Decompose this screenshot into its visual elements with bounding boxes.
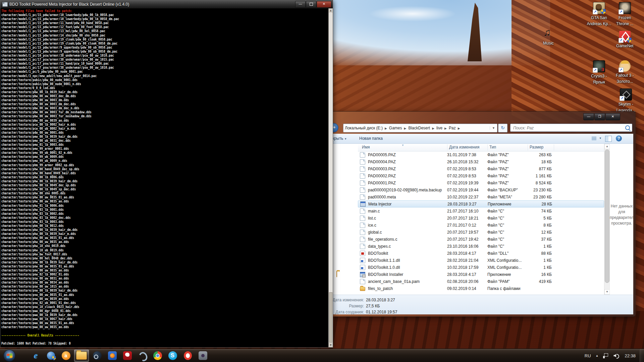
details-line: Дата создания:01.12.2018 19:57: [332, 310, 397, 314]
console-titlebar[interactable]: BDO Toolkit Powered Meta Injector for Bl…: [0, 0, 333, 8]
desktop-icon-frozen[interactable]: ➚FrozenThrone ...: [612, 2, 637, 26]
scroll-up-icon[interactable]: ▲: [604, 144, 610, 149]
taskbar-app-creature[interactable]: [135, 349, 150, 362]
taskbar-app-mpc[interactable]: [105, 349, 120, 362]
file-row[interactable]: files_to_patch09.02.2019 0:14Папка с фай…: [358, 285, 604, 292]
desktop-icon-gamenet[interactable]: ➚GameNet: [612, 31, 637, 48]
breadcrumb-item[interactable]: BlackDesert: [407, 126, 431, 130]
file-type: Файл "PAZ": [487, 174, 527, 178]
file-row[interactable]: Meta Injector28.03.2018 3:27Приложение28…: [358, 200, 604, 207]
file-row[interactable]: file_operations.c20.07.2017 19:42Файл "C…: [358, 236, 604, 243]
file-icon: [360, 237, 365, 242]
column-size[interactable]: Размер: [530, 145, 543, 149]
nav-folder-icon[interactable]: [336, 271, 337, 277]
breadcrumb-dropdown-icon[interactable]: ▼: [490, 126, 497, 130]
file-name: main.c: [368, 209, 447, 214]
file-date: 02.08.2018 20:06: [447, 279, 487, 284]
file-type: XML Configuratio...: [487, 265, 527, 270]
breadcrumb-item[interactable]: Локальный диск (E:): [343, 126, 384, 130]
file-size: 8 524 КБ: [527, 181, 552, 185]
file-row[interactable]: PAD00003.PAZ07.02.2019 8:53Файл "PAZ"877…: [358, 165, 604, 172]
scroll-down-icon[interactable]: ▼: [329, 343, 333, 347]
taskbar-app-game[interactable]: [195, 349, 210, 362]
taskbar-app-chrome[interactable]: [150, 349, 165, 362]
file-row[interactable]: main.c21.07.2017 16:10Файл "C"74 КБ: [358, 207, 604, 215]
clock[interactable]: 22:38: [625, 353, 636, 358]
taskbar-app-ie[interactable]: e: [28, 349, 43, 362]
desktop-icon-crysis[interactable]: ➚Crysis3 -Ярлык: [587, 60, 611, 84]
scroll-down-icon[interactable]: ▼: [604, 289, 610, 295]
file-size: 1 КБ: [527, 244, 552, 249]
taskbar-app-opera[interactable]: [180, 349, 195, 362]
console-close-button[interactable]: ✕: [317, 1, 331, 8]
breadcrumb-item[interactable]: Paz: [447, 126, 457, 130]
language-indicator[interactable]: RU: [585, 353, 591, 358]
hidden-icons-chevron[interactable]: ▲: [596, 354, 599, 357]
breadcrumb-item[interactable]: live: [435, 126, 444, 130]
file-row[interactable]: PAD00004.PAZ26.10.2018 15:32Файл "PAZ"18…: [358, 158, 604, 165]
desktop-icon-gta[interactable]: ➚GTA SanAndreas Kp...: [587, 2, 611, 26]
search-box[interactable]: [510, 124, 632, 132]
desktop-icon-fallout[interactable]: ➚Fallout 3 -Золото...: [612, 60, 637, 84]
file-row[interactable]: data_types.c23.10.2016 16:06Файл "C"1 КБ: [358, 243, 604, 250]
start-button[interactable]: [3, 350, 15, 362]
file-row[interactable]: pad00000.meta10.02.2019 22:37Файл "META"…: [358, 193, 604, 200]
scrollbar-thumb[interactable]: [605, 149, 609, 283]
file-name: PAD00001.PAZ: [368, 181, 447, 185]
console-maximize-button[interactable]: [306, 1, 316, 8]
file-date: 07.02.2019 8:53: [447, 167, 487, 171]
file-row[interactable]: pad00000[2019-02-09][980].meta.backup07.…: [358, 186, 604, 193]
file-row[interactable]: PAD00001.PAZ07.02.2019 19:39Файл "PAZ"8 …: [358, 179, 604, 186]
column-name[interactable]: Имя: [362, 145, 370, 149]
file-list-scrollbar[interactable]: ▲ ▼: [604, 144, 609, 295]
file-row[interactable]: list.c20.07.2017 18:21Файл "C"5 КБ: [358, 215, 604, 222]
refresh-button[interactable]: ↻: [498, 124, 507, 132]
zynga-icon: [123, 351, 132, 360]
file-row[interactable]: ice.c27.01.2017 0:12Файл "C"8 КБ: [358, 222, 604, 229]
search-input[interactable]: [513, 125, 621, 131]
file-row[interactable]: BDOToolkit.1.0.dll10.02.2018 17:59XML Co…: [358, 264, 604, 271]
change-view-button[interactable]: [591, 136, 601, 142]
details-line: Дата изменения:28.03.2018 3:27: [332, 298, 395, 302]
taskbar-app-shieldbrowser[interactable]: [43, 349, 58, 362]
console-line: character/texture/pvw_00_uw_0035_01_ao.d…: [1, 293, 330, 297]
desktop-icon-skyrim[interactable]: ➚Skyrim -Legenda...: [613, 88, 638, 113]
file-row[interactable]: BDOToolkit28.03.2018 4:17Файл "DLL"88 КБ: [358, 250, 604, 257]
file-row[interactable]: PAD00005.PAZ31.01.2019 7:38Файл "PAZ"263…: [358, 151, 604, 158]
folder-icon: [76, 352, 87, 360]
file-name: PAD00005.PAZ: [368, 153, 447, 157]
file-row[interactable]: global.c20.07.2017 19:57Файл "C"12 КБ: [358, 229, 604, 236]
taskbar-app-folder[interactable]: [73, 349, 90, 362]
file-row[interactable]: ancient_cam_base_01a.pam02.08.2018 20:06…: [358, 278, 604, 285]
file-row[interactable]: BDOToolkit Installer28.03.2018 4:17Прило…: [358, 271, 604, 278]
explorer-maximize-button[interactable]: ❒: [594, 113, 605, 120]
scroll-up-icon[interactable]: ▲: [329, 8, 333, 13]
preview-pane-toggle[interactable]: [605, 136, 612, 142]
desktop-icon-music[interactable]: Music: [536, 28, 561, 46]
breadcrumb[interactable]: Локальный диск (E:)▶Games▶BlackDesert▶li…: [343, 124, 497, 132]
explorer-close-button[interactable]: ✕: [605, 113, 620, 120]
new-folder-button[interactable]: Новая папка: [359, 136, 383, 141]
taskbar-app-skype[interactable]: S: [165, 349, 180, 362]
column-date[interactable]: Дата изменения: [449, 145, 479, 149]
console-line: character/texture/pubic/pbw_00_nude_0001…: [1, 82, 330, 86]
creature-icon: [138, 351, 147, 360]
file-row[interactable]: PAD00002.PAZ07.02.2019 8:53Файл "PAZ"1 1…: [358, 172, 604, 179]
console-scrollbar-thumb[interactable]: [329, 292, 332, 343]
help-button[interactable]: ?: [616, 135, 622, 141]
column-type[interactable]: Тип: [489, 145, 496, 149]
console-scrollbar[interactable]: ▲ ▼: [328, 8, 333, 347]
taskbar-app-aimp[interactable]: a: [58, 349, 73, 362]
console-line: character/model/3_npc/new_adult/new_adul…: [1, 74, 330, 78]
taskbar-app-zynga[interactable]: [120, 349, 135, 362]
file-row[interactable]: BDOToolkit.1.1.dll28.02.2018 21:04XML Co…: [358, 257, 604, 264]
desktop-icon-label: Music: [543, 41, 553, 46]
show-desktop-button[interactable]: [640, 349, 644, 362]
breadcrumb-item[interactable]: Games: [388, 126, 404, 130]
console-minimize-button[interactable]: —: [295, 1, 306, 8]
taskbar-app-steam[interactable]: [90, 349, 105, 362]
explorer-minimize-button[interactable]: —: [583, 113, 594, 120]
volume-icon[interactable]: [613, 353, 619, 358]
xml-icon: [360, 258, 365, 263]
network-icon[interactable]: [603, 353, 609, 358]
